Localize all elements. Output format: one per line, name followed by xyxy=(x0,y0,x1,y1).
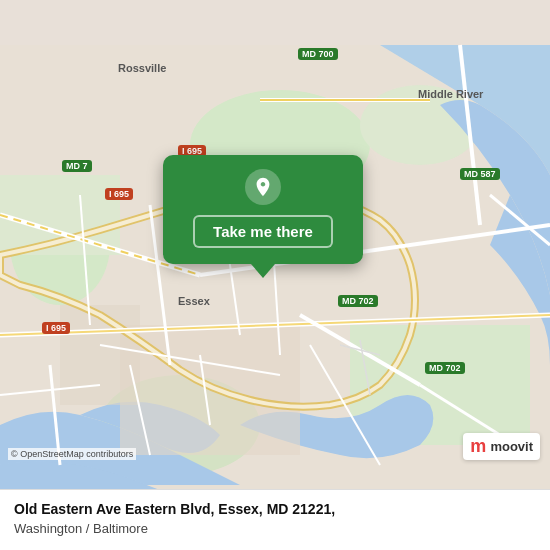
popup-card: Take me there xyxy=(163,155,363,264)
moovit-logo: m moovit xyxy=(463,433,540,460)
location-pin-icon xyxy=(252,176,274,198)
badge-i695-3: I 695 xyxy=(42,322,70,334)
moovit-m-icon: m xyxy=(470,436,486,457)
label-middle-river: Middle River xyxy=(418,88,483,100)
pin-icon-container xyxy=(245,169,281,205)
address-line: Old Eastern Ave Eastern Blvd, Essex, MD … xyxy=(14,500,536,520)
osm-attribution: © OpenStreetMap contributors xyxy=(8,448,136,460)
city-line: Washington / Baltimore xyxy=(14,520,536,538)
map-container: Rossville Middle River Essex MD 700 I 69… xyxy=(0,0,550,550)
svg-rect-8 xyxy=(60,305,140,405)
label-rossville: Rossville xyxy=(118,62,166,74)
badge-md702-1: MD 702 xyxy=(338,295,378,307)
badge-i695-2: I 695 xyxy=(105,188,133,200)
badge-md7: MD 7 xyxy=(62,160,92,172)
map-background xyxy=(0,0,550,550)
label-essex: Essex xyxy=(178,295,210,307)
badge-md587: MD 587 xyxy=(460,168,500,180)
moovit-brand-text: moovit xyxy=(490,439,533,454)
badge-md700: MD 700 xyxy=(298,48,338,60)
bottom-bar: Old Eastern Ave Eastern Blvd, Essex, MD … xyxy=(0,489,550,550)
badge-md702-2: MD 702 xyxy=(425,362,465,374)
take-me-there-button[interactable]: Take me there xyxy=(193,215,333,248)
